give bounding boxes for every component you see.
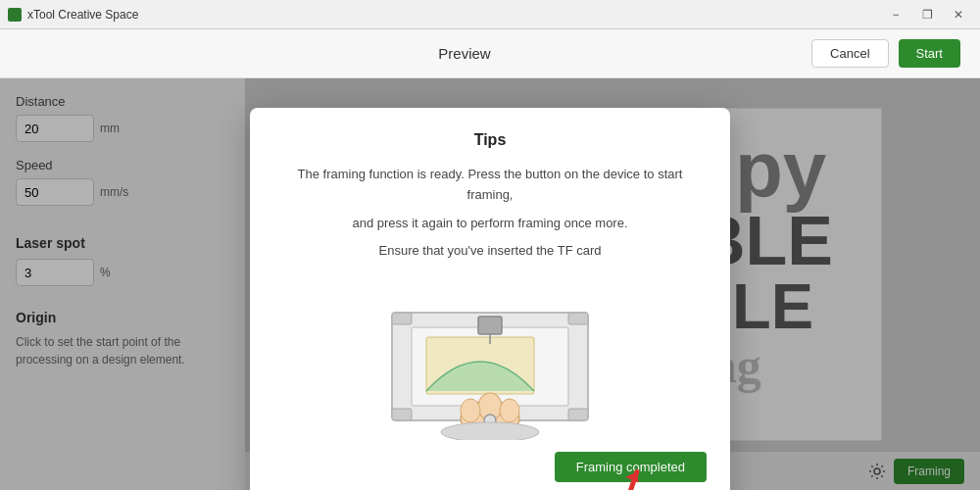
- svg-rect-9: [478, 317, 502, 334]
- svg-point-20: [441, 422, 539, 440]
- minimize-button[interactable]: −: [882, 5, 909, 24]
- app-icon: [8, 8, 22, 22]
- modal-footer: Framing completed: [273, 452, 707, 482]
- main-content: Distance mm Speed mm/s Laser spot % Orig…: [0, 78, 980, 490]
- modal-line3: Ensure that you've inserted the TF card: [273, 241, 707, 262]
- svg-rect-12: [568, 313, 588, 324]
- maximize-button[interactable]: ❐: [913, 5, 941, 24]
- preview-title: Preview: [118, 45, 811, 62]
- title-bar-left: xTool Creative Space: [8, 8, 138, 22]
- app-header: Preview Cancel Start: [0, 29, 980, 78]
- app-name: xTool Creative Space: [27, 8, 138, 22]
- header-buttons: Cancel Start: [811, 39, 960, 68]
- cancel-button[interactable]: Cancel: [811, 39, 888, 68]
- machine-illustration: [382, 273, 598, 440]
- svg-rect-14: [568, 409, 588, 420]
- title-bar: xTool Creative Space − ❐ ✕: [0, 0, 980, 29]
- modal-title: Tips: [273, 131, 707, 149]
- modal-line2: and press it again to perform framing on…: [273, 214, 707, 234]
- svg-rect-11: [392, 313, 412, 324]
- svg-rect-13: [392, 409, 412, 420]
- modal-overlay: Tips The framing function is ready. Pres…: [0, 78, 980, 490]
- svg-point-18: [500, 399, 519, 422]
- title-bar-controls: − ❐ ✕: [882, 5, 972, 24]
- close-button[interactable]: ✕: [945, 5, 972, 24]
- tips-modal: Tips The framing function is ready. Pres…: [250, 108, 730, 490]
- svg-point-17: [461, 399, 480, 422]
- modal-line1: The framing function is ready. Press the…: [273, 165, 707, 206]
- start-button[interactable]: Start: [899, 39, 960, 68]
